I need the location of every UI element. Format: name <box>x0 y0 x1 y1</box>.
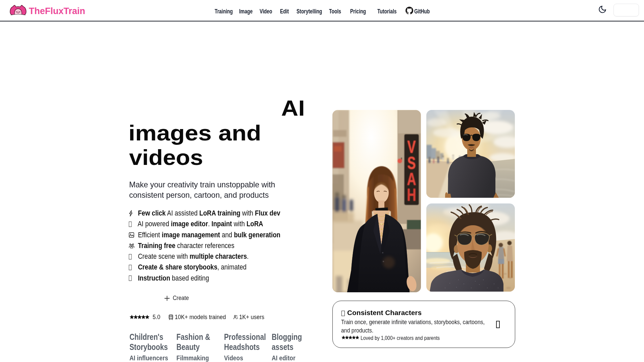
svg-text:H: H <box>407 185 416 205</box>
